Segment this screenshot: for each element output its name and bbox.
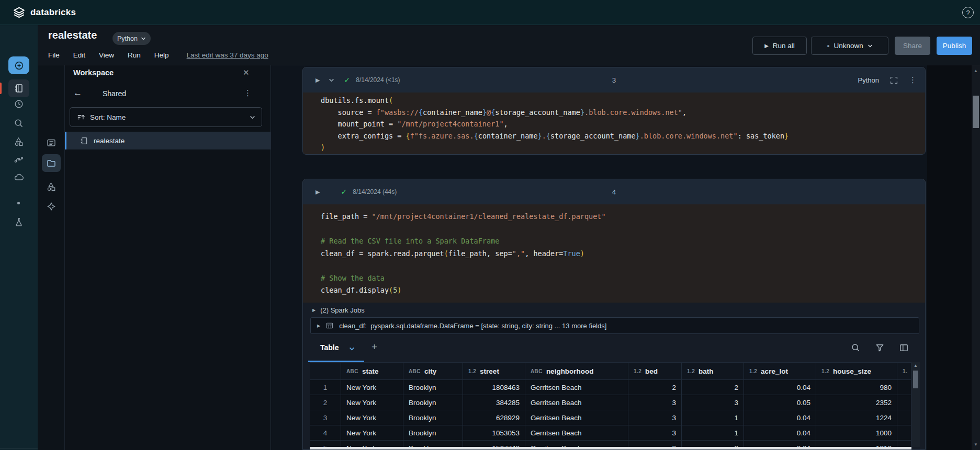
spark-jobs-expander[interactable]: ▶ (2) Spark Jobs <box>303 303 925 317</box>
fullscreen-icon[interactable] <box>889 76 898 85</box>
table-cell: 2352 <box>816 395 897 410</box>
code-line[interactable]: extra_configs = {f"fs.azure.sas.{contain… <box>321 130 925 142</box>
code-line[interactable]: file_path = "/mnt/project4container1/cle… <box>321 211 925 223</box>
code-line[interactable] <box>321 223 925 236</box>
column-header-neighborhood[interactable]: ABCneighborhood <box>525 362 628 380</box>
databricks-logo[interactable]: databricks <box>13 0 76 25</box>
column-header-bath[interactable]: 1.2bath <box>682 362 744 380</box>
back-arrow-icon[interactable]: ← <box>73 88 82 98</box>
dataframe-summary-expander[interactable]: ▶ clean_df: pyspark.sql.dataframe.DataFr… <box>310 317 919 334</box>
table-row[interactable]: 2New YorkBrooklyn384285Gerritsen Beach33… <box>310 395 911 410</box>
code-cell-4[interactable]: ▶ ✓ 8/14/2024 (44s) 4 file_path = "/mnt/… <box>302 179 926 450</box>
code-line[interactable]: # Read the CSV file into a Spark DataFra… <box>321 235 925 248</box>
column-header-partial[interactable]: 1. <box>897 362 911 380</box>
code-line[interactable]: dbutils.fs.mount( <box>321 95 925 107</box>
code-line[interactable]: clean_df = spark.read.parquet(file_path,… <box>321 248 925 260</box>
run-cell-icon[interactable]: ▶ <box>316 77 320 84</box>
help-icon[interactable]: ? <box>962 7 974 18</box>
table-cell: New York <box>341 425 403 441</box>
folder-tab-active[interactable] <box>42 154 61 172</box>
column-header-street[interactable]: 1.2street <box>463 362 525 380</box>
sidebar-item-workflows[interactable] <box>14 154 24 165</box>
sidebar-item-experiments[interactable] <box>14 217 24 227</box>
type-badge-icon: 1.2 <box>749 368 757 374</box>
last-edit-link[interactable]: Last edit was 37 days ago <box>187 51 268 59</box>
filter-funnel-icon[interactable] <box>875 343 885 353</box>
cell-4-code-editor[interactable]: file_path = "/mnt/project4container1/cle… <box>303 204 925 303</box>
table-horizontal-scrollbar[interactable] <box>310 447 911 450</box>
table-cell: 0.05 <box>744 395 816 410</box>
table-row[interactable]: 1New YorkBrooklyn1808463Gerritsen Beach2… <box>310 380 911 395</box>
new-button[interactable] <box>8 56 29 74</box>
column-label: city <box>424 367 436 375</box>
table-cell: 3 <box>628 410 682 425</box>
table-vertical-scrollbar[interactable]: ▲ <box>911 362 920 447</box>
run-all-button[interactable]: ▶ Run all <box>752 37 807 55</box>
environment-status-dropdown[interactable]: ● Unknown <box>811 37 888 55</box>
table-row[interactable]: 3New YorkBrooklyn628929Gerritsen Beach31… <box>310 410 911 425</box>
add-visualization-button[interactable]: + <box>371 341 377 353</box>
menu-edit[interactable]: Edit <box>73 51 85 59</box>
type-badge-icon: 1.2 <box>687 368 695 374</box>
menu-view[interactable]: View <box>99 51 114 59</box>
code-line[interactable]: mount_point = "/mnt/project4container1", <box>321 118 925 130</box>
chevron-down-icon[interactable] <box>349 346 355 351</box>
code-line[interactable]: ) <box>321 142 925 154</box>
active-nav-indicator <box>0 83 2 94</box>
column-header-acre_lot[interactable]: 1.2acre_lot <box>744 362 816 380</box>
menu-file[interactable]: File <box>48 51 60 59</box>
tab-table[interactable]: Table <box>320 343 339 352</box>
sort-dropdown[interactable]: Sort: Name <box>70 107 262 127</box>
column-header-house_size[interactable]: 1.2house_size <box>816 362 897 380</box>
cell-run-timestamp: 8/14/2024 (44s) <box>353 188 397 195</box>
sidebar-item-compute[interactable] <box>14 172 24 182</box>
scroll-down-icon[interactable]: ▼ <box>972 442 980 447</box>
code-line[interactable]: # Show the data <box>321 272 925 285</box>
column-header-state[interactable]: ABCstate <box>341 362 403 380</box>
menu-run[interactable]: Run <box>128 51 141 59</box>
notebook-title[interactable]: realestate <box>48 29 97 41</box>
chevron-down-icon[interactable] <box>329 77 334 83</box>
search-icon[interactable] <box>851 343 861 353</box>
table-cell: 0.04 <box>744 410 816 425</box>
plus-circle-icon <box>14 60 25 71</box>
menu-help[interactable]: Help <box>154 51 169 59</box>
column-header-city[interactable]: ABCcity <box>403 362 463 380</box>
table-cell: 1224 <box>816 410 897 425</box>
sort-icon <box>76 113 85 122</box>
table-row[interactable]: 4New YorkBrooklyn1053053Gerritsen Beach3… <box>310 425 911 441</box>
scrollbar-thumb[interactable] <box>973 96 979 128</box>
left-navigation-rail <box>0 25 38 450</box>
workspace-item-realestate[interactable]: realestate <box>65 132 271 149</box>
columns-icon[interactable] <box>899 343 909 353</box>
code-cell-3[interactable]: ▶ ✓ 8/14/2024 (<1s) 3 Python ⋮ dbutils.f… <box>302 67 926 155</box>
scroll-up-icon[interactable]: ▲ <box>972 68 980 73</box>
scroll-up-icon[interactable]: ▲ <box>911 363 920 368</box>
close-icon[interactable]: ✕ <box>243 68 250 77</box>
list-icon[interactable] <box>46 137 57 148</box>
share-button[interactable]: Share <box>895 37 930 55</box>
sidebar-item-workspace[interactable] <box>8 79 29 97</box>
scrollbar-thumb[interactable] <box>913 371 918 388</box>
workspace-panel-rail <box>38 65 65 450</box>
catalog-icon[interactable] <box>46 181 57 192</box>
sidebar-item-catalog[interactable] <box>14 136 24 147</box>
column-header-bed[interactable]: 1.2bed <box>628 362 682 380</box>
rail-divider <box>0 448 38 449</box>
publish-button[interactable]: Publish <box>937 37 972 55</box>
cell-3-code-editor[interactable]: dbutils.fs.mount( source = f"wasbs://{co… <box>303 93 925 154</box>
success-check-icon: ✓ <box>344 76 350 84</box>
current-folder-label[interactable]: Shared <box>103 89 126 98</box>
code-line[interactable] <box>321 260 925 272</box>
run-cell-icon[interactable]: ▶ <box>316 189 320 195</box>
kebab-menu-icon[interactable]: ⋮ <box>244 88 252 98</box>
code-line[interactable]: clean_df.display(5) <box>321 284 925 297</box>
cell-language-label[interactable]: Python <box>858 76 879 84</box>
code-line[interactable]: source = f"wasbs://{container_name}@{sto… <box>321 107 925 119</box>
kebab-menu-icon[interactable]: ⋮ <box>909 75 917 85</box>
sidebar-item-recents[interactable] <box>14 99 24 109</box>
language-selector[interactable]: Python <box>112 32 151 45</box>
sidebar-item-search[interactable] <box>14 118 24 129</box>
page-scrollbar[interactable]: ▲ ▼ <box>972 65 980 450</box>
favorites-sparkle-icon[interactable] <box>46 201 57 212</box>
